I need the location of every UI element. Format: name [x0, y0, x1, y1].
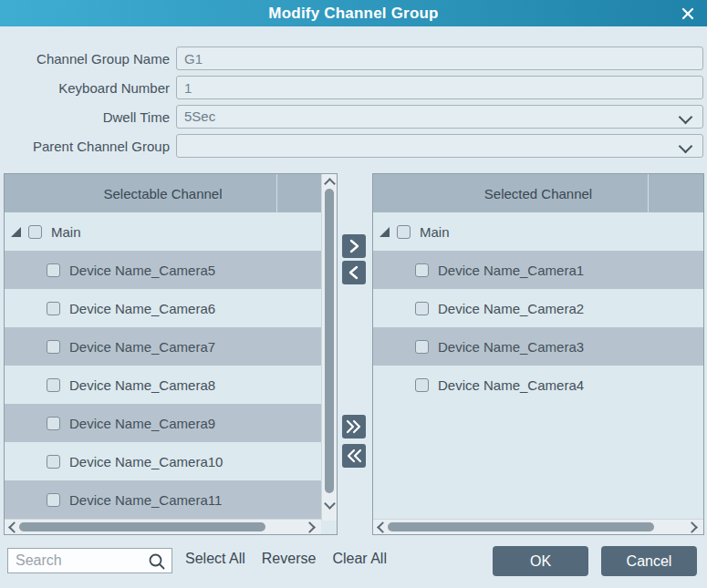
channel-group-name-field — [176, 46, 703, 70]
scroll-right-icon[interactable] — [686, 521, 698, 533]
scroll-left-icon[interactable] — [8, 521, 20, 533]
selectable-channel-header: Selectable Channel — [5, 174, 321, 212]
channel-label: Device Name_Camera11 — [69, 492, 222, 508]
keyboard-number-input[interactable] — [177, 77, 702, 98]
dwell-time-select[interactable]: 5Sec — [176, 105, 703, 129]
move-right-button[interactable] — [342, 234, 366, 258]
channel-label: Device Name_Camera5 — [69, 263, 215, 278]
horizontal-scrollbar[interactable] — [373, 519, 703, 534]
channel-row[interactable]: Device Name_Camera11 — [5, 480, 321, 519]
tree-expand-icon[interactable] — [379, 227, 390, 237]
keyboard-number-label: Keyboard Number — [0, 80, 176, 96]
channel-label: Device Name_Camera2 — [438, 301, 584, 316]
search-box — [7, 548, 172, 573]
chevron-down-icon — [679, 139, 693, 154]
tree-node-label: Main — [51, 224, 81, 240]
footer-links: Select All Reverse Clear All — [185, 551, 387, 567]
checkbox[interactable] — [415, 302, 429, 315]
channel-row[interactable]: Device Name_Camera7 — [5, 327, 321, 366]
channel-row[interactable]: Device Name_Camera9 — [5, 404, 321, 442]
form-row-dwell-time: Dwell Time 5Sec — [0, 105, 703, 129]
channel-group-name-input[interactable] — [177, 47, 702, 69]
channel-row[interactable]: Device Name_Camera6 — [5, 289, 321, 327]
scroll-up-icon[interactable] — [324, 178, 336, 190]
parent-channel-group-label: Parent Channel Group — [0, 139, 176, 154]
header-divider — [276, 174, 277, 212]
checkbox[interactable] — [47, 493, 60, 507]
tree-node-main[interactable]: Main — [5, 212, 321, 251]
dialog-title: Modify Channel Group — [268, 5, 438, 23]
keyboard-number-field — [176, 76, 703, 99]
clear-all-link[interactable]: Clear All — [332, 551, 387, 567]
form-row-parent-channel-group: Parent Channel Group — [0, 134, 703, 158]
move-left-button[interactable] — [342, 261, 366, 284]
checkbox[interactable] — [47, 378, 60, 392]
reverse-link[interactable]: Reverse — [262, 551, 317, 567]
checkbox[interactable] — [47, 455, 60, 469]
channel-label: Device Name_Camera4 — [438, 377, 584, 393]
selectable-channel-list: Selectable Channel Main Device Name_Came… — [5, 174, 321, 519]
channel-row[interactable]: Device Name_Camera2 — [373, 289, 703, 327]
horizontal-scrollbar-thumb[interactable] — [19, 522, 265, 531]
channel-label: Device Name_Camera1 — [438, 263, 584, 278]
checkbox[interactable] — [47, 302, 60, 315]
group-form: Channel Group Name Keyboard Number Dwell… — [0, 46, 703, 163]
channel-label: Device Name_Camera6 — [69, 301, 215, 316]
vertical-scrollbar[interactable] — [321, 174, 337, 521]
chevron-down-icon — [679, 110, 693, 125]
form-row-keyboard-number: Keyboard Number — [0, 76, 703, 99]
header-divider — [648, 174, 649, 212]
move-all-right-button[interactable] — [342, 415, 366, 438]
select-all-link[interactable]: Select All — [185, 551, 245, 567]
channel-label: Device Name_Camera3 — [438, 339, 584, 355]
channel-label: Device Name_Camera7 — [69, 339, 215, 355]
scroll-right-icon[interactable] — [304, 521, 316, 533]
horizontal-scrollbar-thumb[interactable] — [388, 522, 654, 531]
horizontal-scrollbar[interactable] — [5, 519, 321, 534]
channel-row[interactable]: Device Name_Camera1 — [373, 251, 703, 289]
channel-row[interactable]: Device Name_Camera8 — [5, 366, 321, 404]
close-button[interactable] — [680, 5, 696, 22]
tree-expand-icon[interactable] — [11, 227, 21, 237]
parent-channel-group-select[interactable] — [176, 134, 703, 158]
channel-label: Device Name_Camera10 — [69, 454, 223, 469]
selected-channel-header: Selected Channel — [373, 174, 703, 212]
move-all-left-button[interactable] — [342, 444, 366, 468]
checkbox[interactable] — [47, 340, 60, 354]
checkbox[interactable] — [415, 378, 429, 392]
search-icon[interactable] — [148, 552, 166, 571]
checkbox[interactable] — [47, 417, 60, 430]
dwell-time-label: Dwell Time — [0, 109, 176, 125]
channel-row[interactable]: Device Name_Camera3 — [373, 327, 703, 366]
tree-node-label: Main — [420, 224, 450, 240]
scroll-left-icon[interactable] — [377, 521, 389, 533]
selectable-channel-panel: Selectable Channel Main Device Name_Came… — [4, 173, 338, 535]
dialog-titlebar: Modify Channel Group — [0, 0, 707, 26]
vertical-scrollbar-thumb[interactable] — [325, 189, 334, 493]
checkbox[interactable] — [28, 225, 42, 239]
channel-row[interactable]: Device Name_Camera5 — [5, 251, 321, 289]
channel-row[interactable]: Device Name_Camera10 — [5, 442, 321, 480]
form-row-channel-group-name: Channel Group Name — [0, 46, 703, 70]
selectable-channel-rows: Device Name_Camera5 Device Name_Camera6 … — [5, 251, 321, 519]
modify-channel-group-dialog: Modify Channel Group Channel Group Name … — [0, 0, 707, 588]
scroll-down-icon[interactable] — [324, 498, 336, 510]
close-icon — [681, 7, 694, 20]
dwell-time-value: 5Sec — [184, 106, 215, 128]
double-chevron-left-icon — [342, 444, 366, 468]
selected-channel-list: Selected Channel Main Device Name_Camera… — [373, 174, 703, 519]
tree-node-main[interactable]: Main — [373, 212, 703, 251]
channel-group-name-label: Channel Group Name — [0, 51, 176, 67]
selected-channel-rows: Device Name_Camera1 Device Name_Camera2 … — [373, 251, 703, 404]
checkbox[interactable] — [47, 263, 60, 277]
cancel-button[interactable]: Cancel — [601, 546, 697, 576]
checkbox[interactable] — [415, 340, 429, 354]
checkbox[interactable] — [397, 225, 411, 239]
channel-label: Device Name_Camera9 — [69, 416, 215, 431]
chevron-right-icon — [342, 234, 366, 258]
checkbox[interactable] — [415, 263, 429, 277]
channel-row[interactable]: Device Name_Camera4 — [373, 366, 703, 404]
selectable-channel-title: Selectable Channel — [103, 186, 222, 201]
double-chevron-right-icon — [342, 415, 366, 438]
ok-button[interactable]: OK — [493, 546, 588, 576]
